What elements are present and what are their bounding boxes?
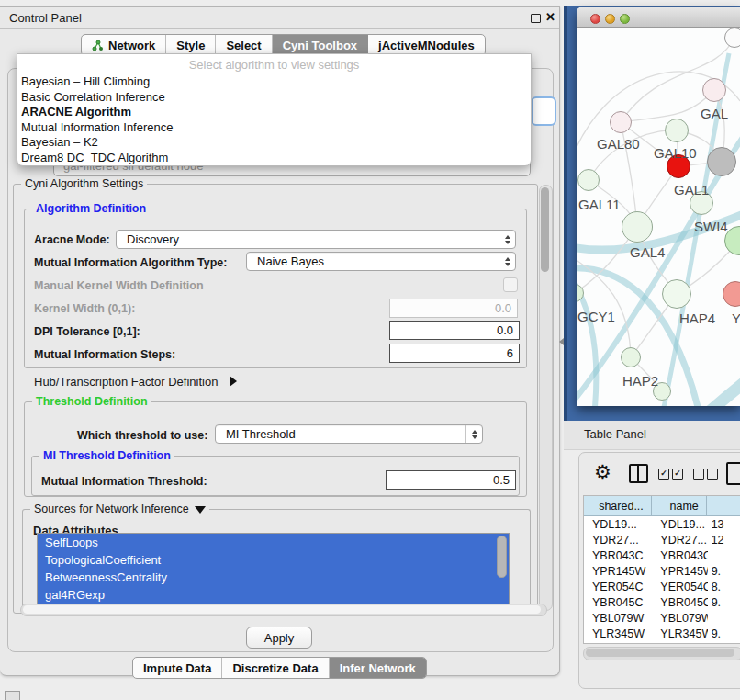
collapsed-panel-icon[interactable] <box>5 691 20 700</box>
minimize-traffic-light-icon[interactable] <box>605 14 615 24</box>
network-node[interactable] <box>702 78 726 102</box>
network-node-label: GCY1 <box>577 309 615 324</box>
table-row[interactable]: YER054C YER054C 8. <box>584 579 740 594</box>
tab-impute-data[interactable]: Impute Data <box>133 658 222 678</box>
network-node-label: Y <box>732 310 740 326</box>
tab-label: Discretize Data <box>232 661 318 675</box>
network-canvas[interactable]: GALGAL80GAL10GAL1GAL11SWI4GAL4GCY1HAP4YH… <box>577 28 740 406</box>
close-traffic-light-icon[interactable] <box>590 14 600 24</box>
network-node[interactable] <box>622 211 653 243</box>
inference-algorithm-combo-fragment[interactable] <box>531 96 556 126</box>
column-header-shared-name[interactable]: shared... <box>584 496 652 515</box>
data-attributes-list[interactable]: SelfLoopsTopologicalCoefficientBetweenne… <box>37 533 510 605</box>
network-node[interactable] <box>662 279 691 309</box>
cell-name: YBR043C <box>652 549 707 562</box>
settings-horizontal-scrollbar[interactable] <box>20 604 547 616</box>
control-panel-title: Control Panel <box>9 11 82 25</box>
mi-threshold-title: MI Threshold Definition <box>39 449 174 462</box>
close-window-icon[interactable]: ✕ <box>545 10 555 24</box>
attribute-list-scrollbar[interactable] <box>497 536 507 578</box>
table-horizontal-scrollbar[interactable] <box>583 647 740 660</box>
tab-network[interactable]: Network <box>82 35 166 55</box>
mi-algorithm-type-combo[interactable]: Naive Bayes <box>246 252 516 271</box>
gear-icon[interactable]: ⚙ <box>594 461 611 483</box>
cell-value: 9. <box>708 565 740 578</box>
dpi-tolerance-field[interactable]: 0.0 <box>389 321 520 340</box>
tab-label: Style <box>176 39 205 52</box>
table-row[interactable]: YIL053C YIL053C 9. <box>584 641 740 644</box>
column-header-clipped[interactable] <box>707 496 740 515</box>
deselect-all-checkbox-icon[interactable] <box>707 469 718 480</box>
data-attribute-item[interactable]: BetweennessCentrality <box>38 569 509 586</box>
algorithm-definition-title: Algorithm Definition <box>32 202 150 215</box>
table-row[interactable]: YBR043C YBR043C <box>584 548 740 563</box>
data-attribute-item[interactable]: gal4RGexp <box>38 586 509 604</box>
table-row[interactable]: YLR345W YLR345W 9. <box>584 626 740 641</box>
control-panel-window: Control Panel ✕ Network Style Se <box>0 6 560 676</box>
tab-label: jActiveMNodules <box>378 39 475 52</box>
network-window-titlebar[interactable] <box>577 7 740 28</box>
tab-cyni-toolbox[interactable]: Cyni Toolbox <box>273 35 368 55</box>
kernel-width-field[interactable]: 0.0 <box>389 299 518 318</box>
mi-threshold-field[interactable]: 0.5 <box>386 470 516 490</box>
table-horizontal-thumb[interactable] <box>586 649 734 657</box>
settings-horizontal-thumb[interactable] <box>23 605 541 614</box>
zoom-traffic-light-icon[interactable] <box>620 14 630 24</box>
tab-style[interactable]: Style <box>166 35 216 55</box>
table-row[interactable]: YPR145W YPR145W 9. <box>584 563 740 579</box>
tab-jactivemnodules[interactable]: jActiveMNodules <box>368 35 485 55</box>
screen: Control Panel ✕ Network Style Se <box>0 0 740 700</box>
table-row[interactable]: YBL079W YBL079W <box>584 610 740 626</box>
network-node-label: GAL <box>701 106 728 121</box>
algorithm-option[interactable]: Bayesian – Hill Climbing <box>17 74 531 90</box>
data-attribute-item[interactable]: TopologicalCoefficient <box>38 551 509 569</box>
network-node[interactable] <box>621 347 641 367</box>
cell-name: YER054C <box>652 581 707 593</box>
column-header-name[interactable]: name <box>652 496 707 515</box>
settings-scrollbar-thumb[interactable] <box>541 187 549 272</box>
table-row[interactable]: YDR27... YDR27... 12 <box>584 532 740 548</box>
network-node-label: HAP2 <box>622 373 658 389</box>
export-table-icon[interactable] <box>726 462 740 485</box>
cell-name: YDR27... <box>652 534 707 547</box>
manual-kernel-width-checkbox[interactable] <box>503 277 518 292</box>
which-threshold-combo[interactable]: MI Threshold <box>215 424 483 444</box>
network-node[interactable] <box>724 28 740 48</box>
expand-arrow-icon[interactable] <box>230 376 237 387</box>
algorithm-option[interactable]: Basic Correlation Inference <box>17 90 531 106</box>
algorithm-option[interactable]: Bayesian – K2 <box>17 135 531 151</box>
tab-infer-network[interactable]: Infer Network <box>330 658 426 678</box>
algorithm-option[interactable]: Mutual Information Inference <box>17 120 531 136</box>
algorithm-list: Bayesian – Hill ClimbingBasic Correlatio… <box>17 74 531 165</box>
aracne-mode-combo[interactable]: Discovery <box>116 230 516 249</box>
network-node[interactable] <box>577 169 600 191</box>
apply-button[interactable]: Apply <box>246 627 312 649</box>
collapse-arrow-icon[interactable] <box>195 506 206 514</box>
hub-definition-toggle[interactable]: Hub/Transcription Factor Definition <box>34 375 237 389</box>
algorithm-option[interactable]: Dream8 DC_TDC Algorithm <box>17 151 531 166</box>
mi-steps-field[interactable]: 6 <box>389 344 520 363</box>
deselect-all-checkbox-icon[interactable] <box>693 469 704 480</box>
select-all-checkbox-icon[interactable]: ✓ <box>672 469 683 480</box>
table-row[interactable]: YDL19... YDL19... 13 <box>584 516 740 532</box>
data-attribute-item[interactable]: SelfLoops <box>38 534 509 551</box>
aracne-mode-value: Discovery <box>117 232 499 246</box>
cell-shared-name: YBL079W <box>584 612 652 625</box>
float-window-icon[interactable] <box>531 14 541 23</box>
network-node[interactable] <box>610 111 632 133</box>
control-panel-titlebar[interactable]: Control Panel ✕ <box>0 7 559 29</box>
table-row[interactable]: YBR045C YBR045C 9. <box>584 594 740 610</box>
network-node[interactable] <box>665 119 689 142</box>
select-all-checkbox-icon[interactable]: ✓ <box>658 469 669 480</box>
network-node-label: GAL1 <box>674 182 709 198</box>
settings-scrollbar[interactable] <box>539 185 553 611</box>
tab-label: Select <box>226 39 261 52</box>
tab-select[interactable]: Select <box>216 35 272 55</box>
algorithm-option[interactable]: ARACNE Algorithm <box>17 105 531 120</box>
cell-shared-name: YDR27... <box>584 534 652 547</box>
network-node[interactable] <box>707 147 736 176</box>
tab-discretize-data[interactable]: Discretize Data <box>222 658 329 678</box>
column-layout-icon[interactable] <box>629 464 648 483</box>
tab-label: Infer Network <box>340 661 416 675</box>
network-node-label: GAL4 <box>630 244 665 260</box>
